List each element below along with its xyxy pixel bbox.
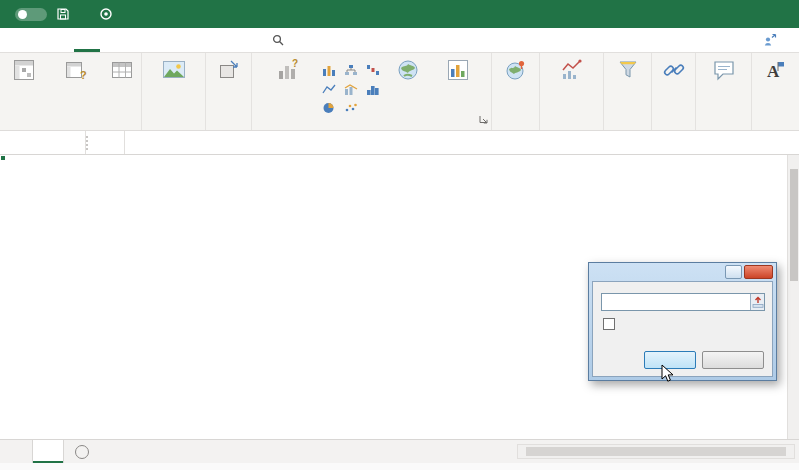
sheet-tab-sheet1[interactable] <box>32 440 64 463</box>
3d-map-icon <box>504 58 528 82</box>
recommended-charts-icon: ? <box>276 58 300 82</box>
recommended-pivottables-button[interactable]: ? <box>49 56 104 85</box>
formula-bar-input[interactable] <box>125 131 134 154</box>
tab-help[interactable] <box>230 28 256 52</box>
dialog-launcher-icon <box>479 115 488 124</box>
tab-home[interactable] <box>48 28 74 52</box>
addins-icon <box>217 58 241 82</box>
tab-review[interactable] <box>178 28 204 52</box>
3d-map-button[interactable] <box>495 56 537 87</box>
tab-formulas[interactable] <box>126 28 152 52</box>
combo-chart-icon <box>344 83 358 95</box>
ribbon-group-links <box>652 53 696 130</box>
text-button[interactable]: A <box>755 56 795 87</box>
ribbon-tab-row <box>0 28 799 53</box>
ribbon-group-illustrations <box>142 53 206 130</box>
sheet-tab-bar <box>0 439 799 463</box>
toggle-knob-icon <box>18 10 27 19</box>
maps-icon <box>396 58 420 82</box>
insert-statistic-chart-button[interactable] <box>363 79 385 98</box>
insert-pie-chart-button[interactable] <box>319 98 341 117</box>
collapse-dialog-button[interactable] <box>750 294 764 310</box>
fill-handle[interactable] <box>0 155 6 161</box>
line-chart-icon <box>322 83 336 95</box>
text-icon: A <box>763 58 787 82</box>
ribbon-group-sparklines <box>540 53 604 130</box>
link-icon <box>662 58 686 82</box>
formula-bar <box>0 131 799 155</box>
tab-data[interactable] <box>152 28 178 52</box>
headers-checkbox[interactable] <box>603 318 615 330</box>
charts-dialog-launcher[interactable] <box>479 110 488 128</box>
vertical-scroll-thumb[interactable] <box>790 169 798 281</box>
collapse-dialog-icon <box>752 296 764 308</box>
insert-combo-chart-button[interactable] <box>341 79 363 98</box>
horizontal-scrollbar[interactable] <box>517 444 795 459</box>
comment-icon <box>712 58 736 82</box>
tell-me-search[interactable] <box>272 28 291 52</box>
table-button[interactable] <box>106 56 139 85</box>
selection-border <box>0 155 4 159</box>
vertical-scrollbar[interactable] <box>787 155 799 439</box>
touch-mode-icon <box>99 7 113 21</box>
pivotchart-button[interactable] <box>431 56 485 87</box>
insert-line-chart-button[interactable] <box>319 79 341 98</box>
sparklines-icon <box>560 58 584 82</box>
ribbon-group-tours <box>492 53 540 130</box>
insert-waterfall-chart-button[interactable] <box>363 60 385 79</box>
horizontal-scroll-thumb[interactable] <box>526 447 786 456</box>
hierarchy-chart-icon <box>344 64 358 76</box>
save-icon <box>56 7 70 21</box>
waterfall-chart-icon <box>366 64 380 76</box>
statistic-chart-icon <box>366 83 380 95</box>
dialog-close-button[interactable] <box>744 265 773 279</box>
table-range-input[interactable] <box>602 294 750 310</box>
ribbon-group-comments <box>696 53 752 130</box>
illustrations-button[interactable] <box>145 56 203 87</box>
cancel-button[interactable] <box>702 351 764 369</box>
pivotchart-icon <box>446 58 470 82</box>
column-chart-icon <box>322 64 336 76</box>
scatter-chart-icon <box>344 102 358 114</box>
comment-button[interactable] <box>699 56 749 85</box>
filters-button[interactable] <box>607 56 649 87</box>
ribbon-group-filters <box>604 53 652 130</box>
filters-icon <box>616 58 640 82</box>
tab-page-layout[interactable] <box>100 28 126 52</box>
svg-text:?: ? <box>80 69 87 81</box>
ribbon-group-text: A <box>752 53 798 130</box>
dialog-help-button[interactable] <box>725 265 742 279</box>
autosave-switch[interactable] <box>15 8 47 21</box>
create-table-dialog <box>588 262 777 381</box>
recommended-pivottables-icon: ? <box>64 58 88 82</box>
chart-type-buttons <box>319 60 385 117</box>
sparklines-button[interactable] <box>543 56 601 87</box>
tab-view[interactable] <box>204 28 230 52</box>
status-strip <box>0 463 799 470</box>
pivottable-button[interactable] <box>2 56 47 87</box>
title-bar <box>0 0 799 28</box>
recommended-charts-button[interactable]: ? <box>259 56 317 85</box>
share-button[interactable] <box>763 28 783 52</box>
search-icon <box>272 34 284 46</box>
insert-scatter-chart-button[interactable] <box>341 98 363 117</box>
illustrations-icon <box>161 58 187 82</box>
touch-mode-button[interactable] <box>99 7 114 21</box>
svg-text:?: ? <box>292 58 298 69</box>
ribbon-group-tables: ? <box>0 53 142 130</box>
insert-hierarchy-chart-button[interactable] <box>341 60 363 79</box>
dialog-body <box>592 281 773 377</box>
autosave-toggle[interactable] <box>10 8 47 21</box>
link-button[interactable] <box>655 56 693 87</box>
insert-column-chart-button[interactable] <box>319 60 341 79</box>
ribbon: ? <box>0 53 799 131</box>
new-sheet-button[interactable] <box>75 445 89 459</box>
table-icon <box>110 58 134 82</box>
dialog-title-bar[interactable] <box>589 263 776 281</box>
save-button[interactable] <box>56 7 70 21</box>
tab-insert[interactable] <box>74 28 100 52</box>
name-box[interactable] <box>0 131 86 154</box>
maps-button[interactable] <box>387 56 429 87</box>
ribbon-group-addins <box>206 53 252 130</box>
addins-button[interactable] <box>209 56 249 87</box>
